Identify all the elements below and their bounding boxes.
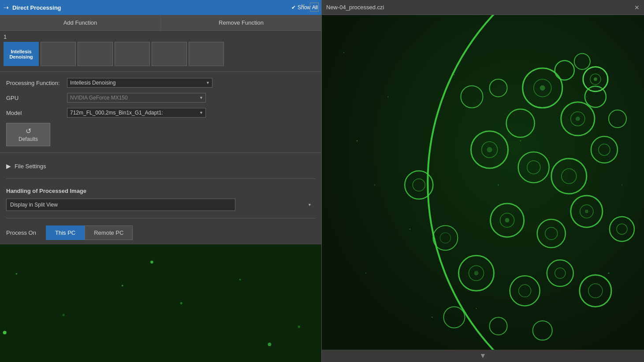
left-panel-close-button[interactable]: ✕ <box>301 3 305 9</box>
svg-point-7 <box>239 279 241 281</box>
svg-point-5 <box>122 284 123 286</box>
right-panel-close-button[interactable]: ✕ <box>634 4 640 11</box>
controls-area: Add Function Remove Function 1 Intellesi… <box>0 15 321 244</box>
svg-point-28 <box>520 140 521 141</box>
model-select-wrapper: 712m_FL_000,2ms_Bin1x_G1_Adapt1: <box>67 108 206 118</box>
svg-point-26 <box>476 308 476 309</box>
reset-icon: ↺ <box>26 127 31 135</box>
bottom-bar: ▼ <box>322 350 644 362</box>
remove-function-button[interactable]: Remove Function <box>161 15 321 30</box>
svg-point-80 <box>594 78 597 81</box>
svg-point-29 <box>622 185 622 185</box>
svg-point-17 <box>409 229 411 230</box>
svg-point-77 <box>487 147 492 152</box>
process-on-row: Process On This PC Remote PC <box>6 225 315 240</box>
svg-point-75 <box>540 85 545 91</box>
left-image-preview <box>0 244 321 362</box>
gpu-row: GPU NVIDIA GeForce MX150 <box>6 93 315 103</box>
panel-edit-button[interactable]: ✎ <box>310 3 319 11</box>
panel-title: Direct Processing <box>12 4 288 11</box>
svg-point-19 <box>498 185 499 186</box>
svg-point-25 <box>542 339 543 340</box>
svg-point-6 <box>180 302 182 304</box>
function-slot-2[interactable] <box>41 42 76 66</box>
tab-number: 1 <box>4 33 12 40</box>
right-microscopy-image <box>322 15 644 350</box>
svg-point-11 <box>150 261 153 264</box>
form-area: Processing Function: Intellesis Denoisin… <box>0 74 321 151</box>
right-image-area <box>322 15 644 350</box>
svg-point-21 <box>432 317 433 318</box>
add-function-button[interactable]: Add Function <box>0 15 161 30</box>
function-slot-3[interactable] <box>78 42 113 66</box>
process-on-label: Process On <box>6 229 41 236</box>
gpu-label: GPU <box>6 95 63 101</box>
checkmark-icon: ✔ <box>291 4 296 11</box>
svg-point-12 <box>268 343 271 346</box>
svg-point-24 <box>608 273 609 274</box>
handling-select-wrapper: Display in Split View <box>6 199 315 211</box>
processing-function-select[interactable]: Intellesis Denoising <box>67 78 212 88</box>
panel-header: ⇢ Direct Processing ✔ Show All ✎ <box>0 0 321 15</box>
svg-point-78 <box>505 218 510 222</box>
svg-rect-1 <box>0 244 321 362</box>
right-header: New-04_processed.czi ✕ <box>322 0 644 15</box>
model-select[interactable]: 712m_FL_000,2ms_Bin1x_G1_Adapt1: <box>67 108 206 118</box>
right-panel-title: New-04_processed.czi <box>326 4 384 11</box>
processing-function-row: Processing Function: Intellesis Denoisin… <box>6 78 315 88</box>
svg-point-76 <box>576 117 580 121</box>
svg-point-15 <box>357 140 358 141</box>
panel-icon: ⇢ <box>4 4 9 11</box>
this-pc-button[interactable]: This PC <box>46 225 85 240</box>
file-settings-arrow-icon: ▶ <box>6 163 11 170</box>
svg-point-16 <box>387 96 388 97</box>
bottom-arrow-icon: ▼ <box>480 352 487 360</box>
model-row: Model 712m_FL_000,2ms_Bin1x_G1_Adapt1: <box>6 108 315 118</box>
defaults-button[interactable]: ↺ Defaults <box>6 123 50 146</box>
gpu-select-wrapper: NVIDIA GeForce MX150 <box>67 93 206 103</box>
svg-point-8 <box>298 325 300 328</box>
svg-point-23 <box>586 96 587 97</box>
svg-point-20 <box>365 273 366 273</box>
file-settings-label: File Settings <box>15 163 46 170</box>
function-slot-1[interactable]: IntellesisDenoising <box>4 42 39 66</box>
svg-point-27 <box>374 185 375 185</box>
right-panel: New-04_processed.czi ✕ <box>322 0 644 362</box>
processing-function-label: Processing Function: <box>6 80 63 86</box>
file-settings-row[interactable]: ▶ File Settings <box>6 159 315 171</box>
function-slots: IntellesisDenoising <box>0 41 321 70</box>
left-microscopy-image <box>0 244 321 362</box>
svg-point-22 <box>343 52 344 53</box>
tabs-row: 1 <box>0 31 321 41</box>
handling-title: Handling of Processed Image <box>6 186 315 196</box>
remote-pc-button[interactable]: Remote PC <box>85 225 133 240</box>
svg-point-79 <box>474 271 478 275</box>
function-slot-4[interactable] <box>115 42 150 66</box>
svg-point-18 <box>454 74 454 75</box>
svg-point-10 <box>3 331 7 334</box>
svg-rect-14 <box>322 15 644 350</box>
function-buttons: Add Function Remove Function <box>0 15 321 31</box>
process-button-group: This PC Remote PC <box>46 225 133 240</box>
model-label: Model <box>6 110 63 116</box>
svg-point-3 <box>15 273 17 275</box>
svg-point-81 <box>585 210 588 213</box>
gpu-select[interactable]: NVIDIA GeForce MX150 <box>67 93 206 103</box>
processing-function-select-wrapper: Intellesis Denoising <box>67 78 212 88</box>
function-slot-6[interactable] <box>189 42 224 66</box>
file-settings-area: ▶ File Settings Handling of Processed Im… <box>0 155 321 244</box>
svg-point-4 <box>63 314 65 316</box>
handling-select[interactable]: Display in Split View <box>6 199 235 211</box>
left-panel: ⇢ Direct Processing ✔ Show All ✎ Add Fun… <box>0 0 322 362</box>
function-slot-5[interactable] <box>152 42 187 66</box>
handling-section: Handling of Processed Image Display in S… <box>6 186 315 211</box>
defaults-row: ↺ Defaults <box>6 123 315 146</box>
